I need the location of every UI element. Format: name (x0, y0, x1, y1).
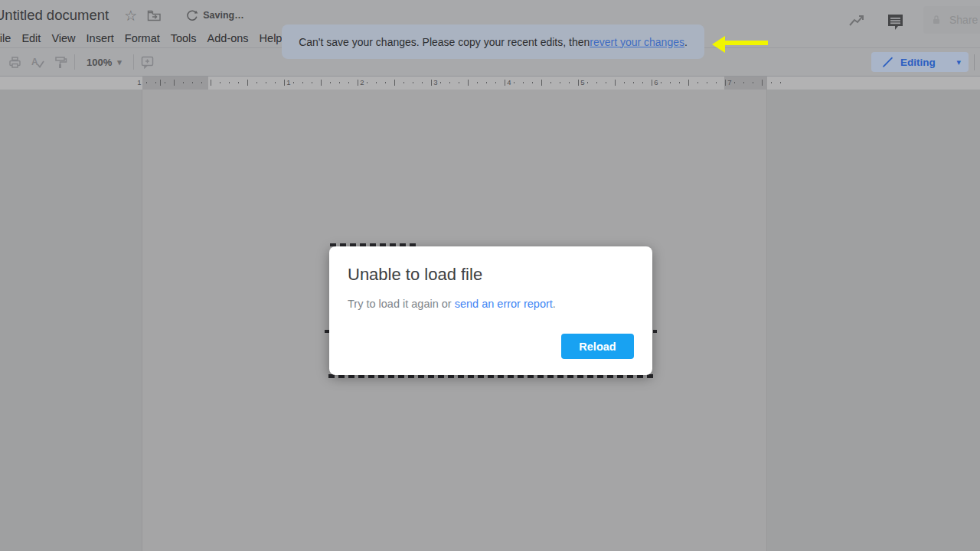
star-icon[interactable]: ☆ (124, 8, 137, 23)
cant-save-banner: Can't save your changes. Please copy you… (282, 24, 704, 59)
saving-status-label: Saving… (203, 10, 244, 21)
dialog-message-period: . (553, 298, 556, 310)
pencil-icon (882, 57, 893, 68)
insights-icon[interactable] (847, 13, 866, 30)
print-icon[interactable] (3, 51, 26, 73)
lock-icon (931, 14, 942, 26)
menu-view[interactable]: View (46, 32, 80, 44)
share-button[interactable]: Share (923, 6, 980, 34)
send-error-report-link[interactable]: send an error report (455, 298, 553, 310)
ruler-number: 1 (286, 78, 290, 86)
ruler-number: 3 (433, 78, 437, 86)
document-title[interactable]: Untitled document (0, 7, 109, 24)
svg-text:A: A (31, 57, 38, 67)
revert-changes-link[interactable]: revert your changes (590, 36, 684, 48)
ruler-number: 6 (654, 78, 658, 86)
banner-message-period: . (684, 36, 688, 48)
ruler-ticks (142, 76, 781, 90)
toolbar-divider (133, 54, 134, 70)
ruler-number: 7 (727, 78, 731, 86)
dropdown-caret-icon: ▾ (117, 57, 122, 67)
reload-button[interactable]: Reload (561, 334, 634, 359)
save-status: Saving… (186, 9, 244, 21)
menu-addons[interactable]: Add-ons (202, 32, 254, 44)
banner-message: Can't save your changes. Please copy you… (299, 36, 590, 48)
dialog-message: Try to load it again or send an error re… (348, 298, 634, 310)
toolbar-divider (974, 54, 975, 70)
dialog-message-text: Try to load it again or (348, 298, 455, 310)
mode-label: Editing (900, 57, 936, 68)
chevron-down-icon: ▾ (956, 57, 961, 67)
add-comment-icon[interactable] (136, 51, 159, 73)
menu-tools[interactable]: Tools (165, 32, 202, 44)
zoom-value: 100% (87, 57, 112, 68)
dialog-title: Unable to load file (348, 265, 634, 285)
spellcheck-icon[interactable]: A (26, 51, 49, 73)
ruler[interactable]: 1 1 2 3 4 5 6 7 (0, 76, 980, 90)
ruler-number: 4 (507, 78, 511, 86)
comments-icon[interactable] (885, 12, 906, 31)
arrow-annotation-head (712, 36, 725, 53)
ruler-number: 5 (580, 78, 584, 86)
folder-move-icon[interactable] (147, 9, 162, 21)
sync-icon (186, 9, 198, 21)
ruler-number: 2 (360, 78, 364, 86)
menu-file[interactable]: File (0, 32, 16, 44)
share-button-label: Share (949, 14, 978, 26)
menu-edit[interactable]: Edit (16, 32, 46, 44)
mode-selector[interactable]: Editing ▾ (871, 52, 969, 72)
menu-format[interactable]: Format (119, 32, 165, 44)
menu-insert[interactable]: Insert (81, 32, 119, 44)
toolbar-divider (74, 54, 75, 70)
paint-format-icon[interactable] (49, 51, 72, 73)
arrow-annotation-shaft (724, 41, 768, 45)
zoom-control[interactable]: 100% ▾ (77, 57, 131, 68)
error-dialog: Unable to load file Try to load it again… (329, 246, 652, 375)
ruler-number: 1 (137, 78, 141, 86)
